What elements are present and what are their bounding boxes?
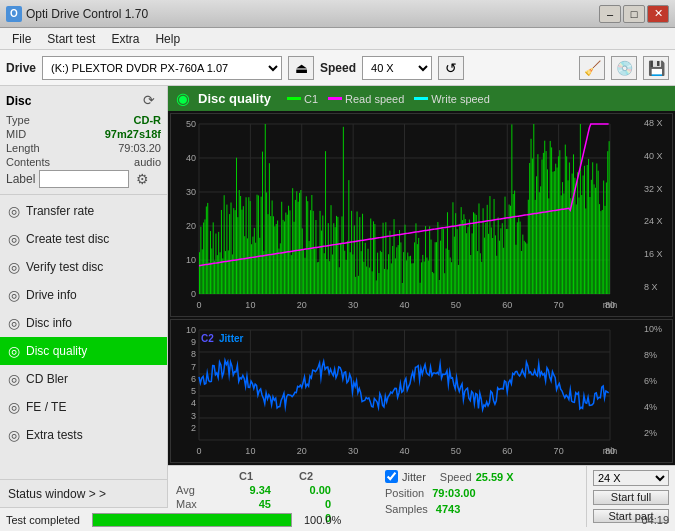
legend-read-speed-label: Read speed xyxy=(345,93,404,105)
sidebar-item-cd-bler[interactable]: ◎ CD Bler xyxy=(0,365,167,393)
sidebar-item-disc-info[interactable]: ◎ Disc info xyxy=(0,309,167,337)
legend-c1: C1 xyxy=(287,93,318,105)
legend-c1-color xyxy=(287,97,301,100)
samples-value: 4743 xyxy=(436,503,460,515)
legend-write-speed: Write speed xyxy=(414,93,490,105)
speed-label: Speed xyxy=(320,61,356,75)
sidebar: Disc ⟳ Type CD-R MID 97m27s18f Length 79… xyxy=(0,86,168,507)
close-button[interactable]: ✕ xyxy=(647,5,669,23)
sidebar-item-transfer-rate-label: Transfer rate xyxy=(26,204,94,218)
avg-label: Avg xyxy=(176,484,211,496)
speed-value: 25.59 X xyxy=(476,471,514,483)
disc-refresh-icon[interactable]: ⟳ xyxy=(143,92,161,110)
speed-label: Speed xyxy=(440,471,472,483)
max-c1: 45 xyxy=(221,498,271,510)
jitter-label: Jitter xyxy=(402,471,426,483)
maximize-button[interactable]: □ xyxy=(623,5,645,23)
elapsed-time: 04:19 xyxy=(641,514,669,526)
burn-button[interactable]: 💿 xyxy=(611,56,637,80)
drive-label: Drive xyxy=(6,61,36,75)
transfer-rate-icon: ◎ xyxy=(8,203,20,219)
legend-read-speed-color xyxy=(328,97,342,100)
bottom-chart: 10% 8% 6% 4% 2% xyxy=(170,319,673,463)
sidebar-item-cd-bler-label: CD Bler xyxy=(26,372,68,386)
disc-info-icon: ◎ xyxy=(8,315,20,331)
save-button[interactable]: 💾 xyxy=(643,56,669,80)
sidebar-item-disc-quality-label: Disc quality xyxy=(26,344,87,358)
legend-write-speed-color xyxy=(414,97,428,100)
app-icon: O xyxy=(6,6,22,22)
eject-button[interactable]: ⏏ xyxy=(288,56,314,80)
verify-test-disc-icon: ◎ xyxy=(8,259,20,275)
stats-header-c2: C2 xyxy=(281,470,331,482)
position-label: Position xyxy=(385,487,424,499)
status-text: Test completed xyxy=(6,514,80,526)
stats-header-c1: C1 xyxy=(221,470,271,482)
title-bar: O Opti Drive Control 1.70 – □ ✕ xyxy=(0,0,675,28)
create-test-disc-icon: ◎ xyxy=(8,231,20,247)
disc-quality-header-icon: ◉ xyxy=(176,89,190,108)
top-chart-y-axis-right: 48 X 40 X 32 X 24 X 16 X 8 X xyxy=(642,114,672,296)
length-value: 79:03.20 xyxy=(118,142,161,154)
sidebar-item-fe-te[interactable]: ◎ FE / TE xyxy=(0,393,167,421)
legend-read-speed: Read speed xyxy=(328,93,404,105)
sidebar-item-drive-info-label: Drive info xyxy=(26,288,77,302)
avg-c1: 9.34 xyxy=(221,484,271,496)
progress-bar-fill xyxy=(93,514,291,526)
contents-value: audio xyxy=(134,156,161,168)
mid-value: 97m27s18f xyxy=(105,128,161,140)
sidebar-item-create-test-disc-label: Create test disc xyxy=(26,232,109,246)
main-area: Disc ⟳ Type CD-R MID 97m27s18f Length 79… xyxy=(0,86,675,507)
position-value: 79:03.00 xyxy=(432,487,475,499)
samples-label: Samples xyxy=(385,503,428,515)
max-c2: 0 xyxy=(281,498,331,510)
refresh-button[interactable]: ↺ xyxy=(438,56,464,80)
eraser-button[interactable]: 🧹 xyxy=(579,56,605,80)
drive-info-icon: ◎ xyxy=(8,287,20,303)
jitter-checkbox[interactable] xyxy=(385,470,398,483)
cd-bler-icon: ◎ xyxy=(8,371,20,387)
speed-select[interactable]: 40 X xyxy=(362,56,432,80)
minimize-button[interactable]: – xyxy=(599,5,621,23)
top-chart: 48 X 40 X 32 X 24 X 16 X 8 X xyxy=(170,113,673,317)
chart-title: Disc quality xyxy=(198,91,271,106)
app-title: Opti Drive Control 1.70 xyxy=(26,7,148,21)
stats-middle: Jitter Speed 25.59 X Position 79:03.00 S… xyxy=(377,466,586,527)
progress-percent: 100.0% xyxy=(304,514,341,526)
drive-select[interactable]: (K:) PLEXTOR DVDR PX-760A 1.07 xyxy=(42,56,282,80)
bottom-chart-y-axis-right: 10% 8% 6% 4% 2% xyxy=(642,320,672,442)
contents-label: Contents xyxy=(6,156,50,168)
type-value: CD-R xyxy=(134,114,162,126)
label-input[interactable] xyxy=(39,170,129,188)
length-label: Length xyxy=(6,142,40,154)
disc-quality-icon: ◎ xyxy=(8,343,20,359)
fe-te-icon: ◎ xyxy=(8,399,20,415)
disc-panel: Disc ⟳ Type CD-R MID 97m27s18f Length 79… xyxy=(0,86,167,195)
progress-bar xyxy=(92,513,292,527)
sidebar-item-transfer-rate[interactable]: ◎ Transfer rate xyxy=(0,197,167,225)
sidebar-menu: ◎ Transfer rate ◎ Create test disc ◎ Ver… xyxy=(0,195,167,479)
menu-file[interactable]: File xyxy=(4,30,39,48)
sidebar-item-verify-test-disc[interactable]: ◎ Verify test disc xyxy=(0,253,167,281)
sidebar-item-verify-test-disc-label: Verify test disc xyxy=(26,260,103,274)
start-full-button[interactable]: Start full xyxy=(593,490,669,505)
speed-dropdown[interactable]: 24 X xyxy=(593,470,669,486)
avg-c2: 0.00 xyxy=(281,484,331,496)
toolbar: Drive (K:) PLEXTOR DVDR PX-760A 1.07 ⏏ S… xyxy=(0,50,675,86)
label-gear-icon[interactable]: ⚙ xyxy=(133,170,151,188)
disc-panel-title: Disc xyxy=(6,94,31,108)
menu-start-test[interactable]: Start test xyxy=(39,30,103,48)
menu-extra[interactable]: Extra xyxy=(103,30,147,48)
type-label: Type xyxy=(6,114,30,126)
sidebar-item-disc-quality[interactable]: ◎ Disc quality xyxy=(0,337,167,365)
sidebar-item-disc-info-label: Disc info xyxy=(26,316,72,330)
status-window-button[interactable]: Status window > > xyxy=(0,479,167,507)
sidebar-item-fe-te-label: FE / TE xyxy=(26,400,66,414)
menu-help[interactable]: Help xyxy=(147,30,188,48)
sidebar-item-extra-tests[interactable]: ◎ Extra tests xyxy=(0,421,167,449)
mid-label: MID xyxy=(6,128,26,140)
sidebar-item-drive-info[interactable]: ◎ Drive info xyxy=(0,281,167,309)
extra-tests-icon: ◎ xyxy=(8,427,20,443)
sidebar-item-create-test-disc[interactable]: ◎ Create test disc xyxy=(0,225,167,253)
max-label: Max xyxy=(176,498,211,510)
